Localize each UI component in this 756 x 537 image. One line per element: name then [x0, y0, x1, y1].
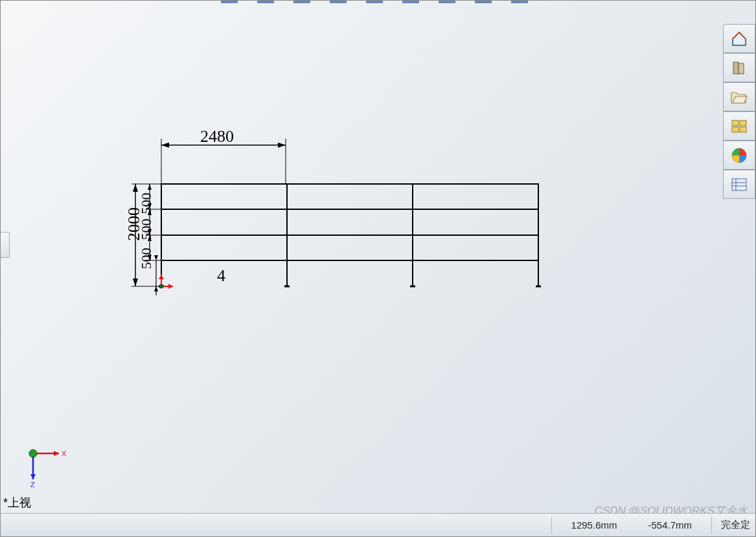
status-coord-y: -554.7mm: [632, 520, 707, 531]
svg-marker-12: [161, 143, 169, 148]
view-name: *上视: [3, 495, 31, 510]
svg-marker-33: [148, 184, 152, 190]
svg-rect-16: [161, 184, 538, 260]
dim-width: 2480: [200, 127, 234, 146]
svg-marker-45: [154, 255, 158, 260]
svg-marker-53: [54, 451, 59, 456]
svg-text:X: X: [62, 450, 67, 457]
status-bar: 1295.6mm -554.7mm 完全定: [1, 513, 755, 536]
svg-marker-50: [159, 275, 164, 279]
svg-marker-48: [168, 284, 173, 289]
app-window: 2480 2000 500 500 500 4 X Z *上视 CSDN @SO…: [0, 0, 756, 537]
status-sketch-state: 完全定: [716, 519, 755, 531]
status-coord-x: 1295.6mm: [556, 520, 633, 531]
sketch: [124, 127, 707, 451]
svg-point-51: [159, 284, 163, 288]
dim-500a: 500: [138, 193, 155, 214]
svg-marker-13: [278, 143, 286, 148]
dim-500c: 500: [138, 248, 155, 269]
svg-marker-56: [30, 474, 36, 479]
svg-marker-29: [133, 279, 138, 286]
sketch-label-4: 4: [217, 266, 225, 286]
svg-text:Z: Z: [30, 481, 35, 488]
svg-marker-46: [154, 286, 158, 291]
dim-500b: 500: [138, 219, 155, 240]
view-triad: X Z: [25, 446, 71, 491]
graphics-area[interactable]: 2480 2000 500 500 500 4 X Z *上视 CSDN @SO…: [1, 1, 755, 536]
svg-marker-28: [133, 184, 138, 192]
svg-point-58: [29, 450, 37, 457]
